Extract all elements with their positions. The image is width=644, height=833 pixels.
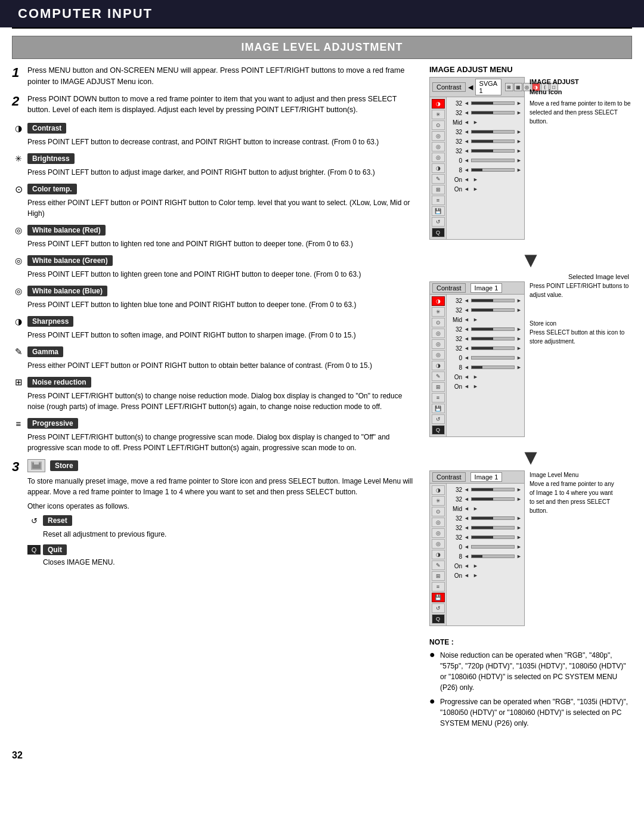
menu2-row-4-arrow-right[interactable]: ►: [516, 336, 522, 342]
menu2-row-0-arrow-right[interactable]: ►: [516, 298, 522, 304]
icon-2: ▦: [514, 83, 522, 91]
menu3-row-5-arrow-right[interactable]: ►: [516, 534, 522, 540]
menu1-row-7-arrow-left[interactable]: ◄: [464, 167, 469, 173]
menu2-row-9-arrow-right[interactable]: ►: [473, 383, 478, 389]
reset-label: Reset: [43, 515, 72, 526]
menu3-row-6-arrow-left[interactable]: ◄: [464, 544, 469, 550]
menu3-row-2-arrow-right[interactable]: ►: [473, 506, 478, 512]
menu2-row-4-arrow-left[interactable]: ◄: [464, 336, 469, 342]
item-wb-green: ◎ White balance (Green) Press POINT LEFT…: [12, 254, 417, 280]
section-title: IMAGE LEVEL ADJUSTMENT: [13, 41, 631, 54]
selected-level-label: Selected Image level: [429, 273, 629, 280]
press-point-note: Press POINT LEFT/RIGHT buttons to adjust…: [530, 281, 632, 299]
menu3-row-3-arrow-left[interactable]: ◄: [464, 515, 469, 521]
menu3-row-7: 8◄►: [449, 552, 522, 561]
menu1-row-5-arrow-right[interactable]: ►: [516, 148, 522, 154]
micon-3-quit: Q: [432, 614, 445, 624]
menu1-row-1-arrow-left[interactable]: ◄: [464, 110, 469, 116]
menu2-row-1-arrow-right[interactable]: ►: [516, 307, 522, 313]
menu1-row-9-arrow-left[interactable]: ◄: [464, 186, 469, 192]
quit-label: Quit: [43, 544, 67, 555]
menu3-row-7-arrow-right[interactable]: ►: [516, 553, 522, 559]
menu1-row-3-arrow-right[interactable]: ►: [516, 129, 522, 135]
menu3-row-0-arrow-left[interactable]: ◄: [464, 487, 469, 493]
item-contrast: ◑ Contrast Press POINT LEFT button to de…: [12, 122, 417, 147]
menu1-row-0-arrow-left[interactable]: ◄: [464, 100, 469, 106]
panel-2-tab-image1: Image 1: [470, 283, 503, 293]
menu1-row-3-arrow-left[interactable]: ◄: [464, 129, 469, 135]
menu3-row-9-arrow-left[interactable]: ◄: [464, 572, 469, 578]
menu3-row-2-arrow-left[interactable]: ◄: [464, 506, 469, 512]
menu-panel-3-icons: ◑ ✳ ⊙ ◎ ◎ ◎ ◑ ✎ ⊞ ≡ 💾 ↺: [430, 484, 447, 625]
menu2-row-8-arrow-left[interactable]: ◄: [464, 374, 469, 380]
menu2-row-3-arrow-right[interactable]: ►: [516, 326, 522, 332]
micon-1-quit: Q: [432, 228, 445, 237]
menu2-row-5-arrow-right[interactable]: ►: [516, 345, 522, 351]
menu3-row-1-arrow-right[interactable]: ►: [516, 496, 522, 502]
menu2-row-0-arrow-left[interactable]: ◄: [464, 298, 469, 304]
step-1-number: 1: [12, 65, 23, 88]
menu1-row-2-arrow-left[interactable]: ◄: [464, 119, 469, 125]
menu3-row-8-arrow-right[interactable]: ►: [473, 563, 478, 569]
menu2-row-6-arrow-right[interactable]: ►: [516, 355, 522, 361]
panel-2-tab-contrast: Contrast: [432, 283, 466, 293]
menu1-row-7-arrow-right[interactable]: ►: [516, 167, 522, 173]
menu2-row-7: 8◄►: [449, 363, 522, 372]
menu1-row-6-arrow-left[interactable]: ◄: [464, 157, 469, 163]
color-temp-desc: Press either POINT LEFT button or POINT …: [27, 197, 417, 219]
menu3-row-7-arrow-left[interactable]: ◄: [464, 553, 469, 559]
brightness-icon: ✳: [12, 152, 25, 165]
menu2-row-2-arrow-left[interactable]: ◄: [464, 317, 469, 323]
menu2-row-8-arrow-right[interactable]: ►: [473, 374, 478, 380]
menu2-row-8: On◄►: [449, 372, 522, 382]
menu1-row-8-arrow-right[interactable]: ►: [473, 176, 478, 182]
menu3-row-9-arrow-right[interactable]: ►: [473, 572, 478, 578]
menu1-row-0-arrow-right[interactable]: ►: [516, 100, 522, 106]
menu1-row-4-arrow-right[interactable]: ►: [516, 138, 522, 144]
menu3-row-5-arrow-left[interactable]: ◄: [464, 534, 469, 540]
menu3-row-3-arrow-right[interactable]: ►: [516, 515, 522, 521]
contrast-desc: Press POINT LEFT button to decrease cont…: [27, 137, 417, 147]
menu3-row-4: 32◄►: [449, 523, 522, 532]
micon-1-9: ⊞: [432, 185, 445, 194]
menu2-row-3-arrow-left[interactable]: ◄: [464, 326, 469, 332]
micon-2-5: ◎: [432, 339, 445, 349]
menu3-row-4-arrow-left[interactable]: ◄: [464, 525, 469, 531]
menu2-row-7-arrow-left[interactable]: ◄: [464, 364, 469, 370]
note-bullet-1: ●: [429, 650, 436, 659]
menu3-row-0-arrow-right[interactable]: ►: [516, 487, 522, 493]
micon-2-4: ◎: [432, 329, 445, 338]
menu3-row-9: On◄►: [449, 571, 522, 580]
menu2-row-9: On◄►: [449, 382, 522, 391]
menu2-row-1-arrow-left[interactable]: ◄: [464, 307, 469, 313]
menu2-row-2-arrow-right[interactable]: ►: [473, 317, 478, 323]
menu3-row-5: 32◄►: [449, 532, 522, 542]
menu1-row-1-arrow-right[interactable]: ►: [516, 110, 522, 116]
menu3-row-6: 0◄►: [449, 542, 522, 552]
menu1-row-2-arrow-right[interactable]: ►: [473, 119, 478, 125]
micon-3-store: 💾: [432, 593, 445, 602]
menu1-row-9-arrow-right[interactable]: ►: [473, 186, 478, 192]
menu1-row-4-arrow-left[interactable]: ◄: [464, 138, 469, 144]
menu1-row-8-arrow-left[interactable]: ◄: [464, 176, 469, 182]
menu-panel-1: Contrast ◀ SVGA 1 ⊞ ▦ ◎ ◑ ⟨ □: [429, 77, 525, 240]
menu2-row-6-arrow-left[interactable]: ◄: [464, 355, 469, 361]
step-1-text: Press MENU button and ON-SCREEN MENU wil…: [27, 65, 417, 88]
menu3-row-3: 32◄►: [449, 513, 522, 523]
menu3-row-8: On◄►: [449, 561, 522, 571]
menu1-row-5-arrow-left[interactable]: ◄: [464, 148, 469, 154]
menu3-row-4-arrow-right[interactable]: ►: [516, 525, 522, 531]
menu2-row-9-arrow-left[interactable]: ◄: [464, 383, 469, 389]
micon-3-9: ⊞: [432, 571, 445, 581]
menu3-row-6-arrow-right[interactable]: ►: [516, 544, 522, 550]
menu1-row-6-arrow-right[interactable]: ►: [516, 157, 522, 163]
panel-1-notes: IMAGE ADJUST Menu icon Move a red frame …: [530, 77, 632, 126]
item-wb-red: ◎ White balance (Red) Press POINT LEFT b…: [12, 224, 417, 249]
micon-1-store: 💾: [432, 206, 445, 216]
micon-1-1: ◑: [432, 99, 445, 109]
micon-1-5: ◎: [432, 142, 445, 151]
menu2-row-7-arrow-right[interactable]: ►: [516, 364, 522, 370]
menu3-row-1-arrow-left[interactable]: ◄: [464, 496, 469, 502]
menu3-row-8-arrow-left[interactable]: ◄: [464, 563, 469, 569]
menu2-row-5-arrow-left[interactable]: ◄: [464, 345, 469, 351]
